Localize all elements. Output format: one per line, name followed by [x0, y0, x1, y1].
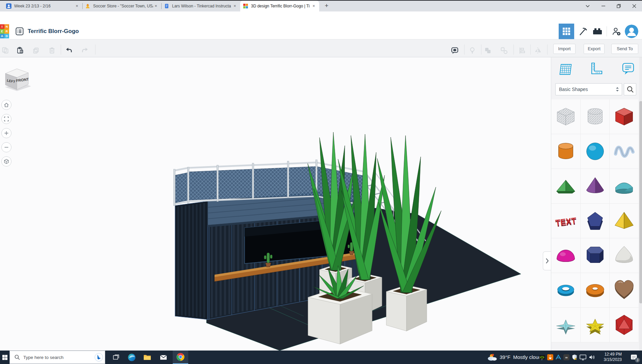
- minimize-button[interactable]: [595, 1, 611, 11]
- display-icon[interactable]: [580, 354, 586, 360]
- shape-item-cylinder-transparent[interactable]: [581, 99, 610, 134]
- notes-tool-icon[interactable]: [621, 62, 635, 76]
- shape-item-cylinder[interactable]: [551, 134, 581, 169]
- align-icon[interactable]: [518, 47, 526, 55]
- shape-item-cone[interactable]: [581, 169, 610, 204]
- creative-cloud-icon[interactable]: ∞: [563, 354, 569, 360]
- tinkercad-logo[interactable]: TINKERCAD: [0, 24, 9, 38]
- tab-search-chevron-icon[interactable]: [580, 1, 595, 11]
- mail-icon[interactable]: [156, 351, 171, 364]
- zoom-out-button[interactable]: [1, 142, 11, 152]
- start-button[interactable]: [0, 351, 9, 364]
- chrome-icon[interactable]: [173, 351, 188, 364]
- notes-visibility-icon[interactable]: [451, 47, 459, 55]
- tab-close-icon[interactable]: ×: [153, 3, 159, 9]
- mirror-icon[interactable]: [534, 47, 542, 55]
- task-view-button[interactable]: [109, 351, 123, 364]
- brick-icon[interactable]: [590, 24, 605, 39]
- browser-tab[interactable]: Week 23 2/13 - 2/16×: [3, 1, 82, 11]
- zoom-in-button[interactable]: [1, 128, 11, 138]
- duplicate-icon[interactable]: [32, 47, 40, 55]
- shape-item-paraboloid[interactable]: [610, 238, 639, 273]
- browser-tab[interactable]: Lars Wilson - Tinkercad Instructa×: [161, 1, 240, 11]
- shape-item-heart[interactable]: [610, 273, 639, 308]
- shape-item-pyramid[interactable]: [610, 204, 639, 238]
- java-icon[interactable]: [547, 354, 553, 360]
- redo-icon[interactable]: [81, 47, 89, 55]
- import-button[interactable]: Import: [553, 44, 576, 54]
- 3d-scene[interactable]: [0, 57, 551, 351]
- shapes-panel: Basic Shapes TEXTTEXT: [551, 57, 642, 351]
- tinkercad-user-avatar[interactable]: [625, 25, 638, 38]
- shape-item-star[interactable]: [551, 308, 581, 342]
- browser-addressbar: tinkercad.com/things/4SV18pwRXGy-terrifi…: [0, 11, 642, 24]
- toolbar-separator: [530, 44, 531, 55]
- speaker-icon[interactable]: [588, 354, 595, 360]
- shape-category-dropdown[interactable]: Basic Shapes: [555, 83, 622, 95]
- notification-badge: 3: [635, 358, 640, 363]
- tab-close-icon[interactable]: ×: [74, 3, 80, 9]
- undo-icon[interactable]: [65, 47, 73, 55]
- blocks-view-button[interactable]: [559, 24, 574, 39]
- design-title[interactable]: Terrific Blorr-Gogo: [28, 24, 79, 39]
- taskbar-search-box[interactable]: Type here to search: [9, 351, 105, 364]
- home-view-button[interactable]: [1, 100, 11, 110]
- paste-icon[interactable]: [16, 47, 24, 55]
- light-bulb-icon[interactable]: [468, 47, 476, 55]
- shape-item-round-roof[interactable]: [610, 169, 639, 204]
- shape-item-torus[interactable]: [581, 273, 610, 308]
- windows-taskbar: Type here to search 39°F Mostly cloudy ∞…: [0, 351, 642, 364]
- shape-item-box-transparent[interactable]: [551, 99, 581, 134]
- tinkercad-header: [0, 24, 642, 39]
- ruler-tool-icon[interactable]: [588, 62, 603, 76]
- shape-search-button[interactable]: [624, 83, 636, 95]
- shape-item-roof[interactable]: [551, 169, 581, 204]
- security-shield-icon[interactable]: [571, 354, 578, 361]
- delete-icon[interactable]: [48, 47, 56, 55]
- copy-icon[interactable]: [1, 47, 9, 55]
- weather-icon[interactable]: [487, 352, 498, 362]
- shape-item-prism[interactable]: [581, 238, 610, 273]
- view-cube[interactable]: LEFT FRONT: [1, 66, 32, 95]
- shape-item-half-sphere[interactable]: [551, 238, 581, 273]
- file-explorer-icon[interactable]: [140, 351, 155, 364]
- taskbar-clock[interactable]: 12:49 PM 3/15/2023: [598, 352, 622, 362]
- weather-temp[interactable]: 39°F: [500, 354, 510, 360]
- tab-close-icon[interactable]: ×: [232, 3, 238, 9]
- shape-item-icosahedron[interactable]: [610, 308, 639, 342]
- autodesk-icon[interactable]: [555, 354, 561, 360]
- browser-tab[interactable]: Soccer Store - "Soccer Town, USA"×: [82, 1, 161, 11]
- panel-scrollbar-thumb[interactable]: [639, 101, 642, 303]
- shape-category-value: Basic Shapes: [559, 87, 616, 92]
- shape-item-star[interactable]: [581, 308, 610, 342]
- browser-tab[interactable]: 3D design Terrific Blorr-Gogo | Ti×: [240, 1, 319, 11]
- perspective-toggle-button[interactable]: [1, 156, 11, 166]
- shape-item-text[interactable]: TEXTTEXT: [551, 204, 581, 238]
- minecraft-pickaxe-icon[interactable]: [576, 24, 591, 39]
- nvidia-icon[interactable]: [539, 354, 545, 360]
- design-menu-icon[interactable]: [16, 27, 24, 35]
- shape-item-box[interactable]: [610, 99, 639, 134]
- 3d-canvas[interactable]: LEFT FRONT Settings Snap Grid 1.0 mm ▲: [0, 57, 551, 351]
- export-button[interactable]: Export: [584, 44, 605, 54]
- panel-collapse-toggle[interactable]: [543, 251, 551, 270]
- new-tab-button[interactable]: +: [322, 1, 331, 11]
- shape-item-polygon[interactable]: [581, 204, 610, 238]
- toolbar-separator: [95, 44, 95, 55]
- bing-chat-icon[interactable]: [94, 353, 103, 362]
- workplane-tool-icon[interactable]: [558, 62, 572, 76]
- close-window-button[interactable]: [626, 1, 642, 11]
- tab-close-icon[interactable]: ×: [311, 3, 316, 9]
- tab-title: Week 23 2/13 - 2/16: [14, 4, 74, 8]
- invite-person-icon[interactable]: [609, 24, 624, 39]
- shape-item-scribble[interactable]: [610, 134, 639, 169]
- shape-item-tube[interactable]: [551, 273, 581, 308]
- shape-item-sphere[interactable]: [581, 134, 610, 169]
- maximize-button[interactable]: [611, 1, 626, 11]
- notification-center-icon[interactable]: 3: [630, 353, 638, 361]
- group-icon[interactable]: [484, 47, 492, 55]
- send-to-button[interactable]: Send To: [611, 44, 638, 54]
- edge-icon[interactable]: [124, 351, 139, 364]
- fit-view-button[interactable]: [1, 114, 11, 124]
- ungroup-icon[interactable]: [500, 47, 508, 55]
